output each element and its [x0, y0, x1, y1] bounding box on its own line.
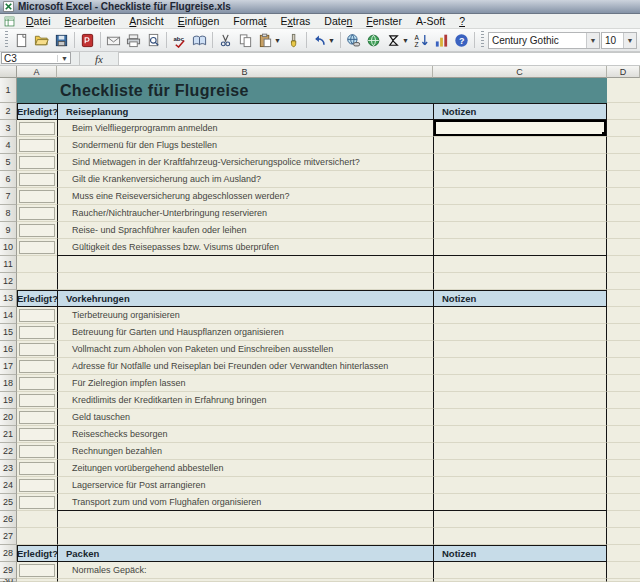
chart-wizard-button[interactable] — [432, 31, 451, 50]
row-header-24[interactable]: 24 — [0, 477, 17, 494]
cell-C21[interactable] — [433, 426, 607, 443]
cell-B23[interactable]: Zeitungen vorübergehend abbestellen — [57, 460, 433, 477]
cell-C25[interactable] — [433, 494, 607, 511]
cell-D12[interactable] — [607, 273, 640, 290]
cell-C14[interactable] — [433, 307, 607, 324]
cell-B10[interactable]: Gültigkeit des Reisepasses bzw. Visums ü… — [57, 239, 433, 256]
column-header-A[interactable]: A — [17, 66, 57, 78]
cell-D29[interactable] — [607, 562, 640, 579]
cell-A7[interactable] — [17, 188, 57, 205]
formatting-toolbar-grip[interactable] — [481, 31, 484, 49]
row-header-20[interactable]: 20 — [0, 409, 17, 426]
spelling-button[interactable]: abc — [170, 31, 189, 50]
column-header-D[interactable]: D — [607, 66, 640, 78]
cell-A9[interactable] — [17, 222, 57, 239]
chevron-down-icon[interactable]: ▼ — [586, 33, 599, 48]
cell-D19[interactable] — [607, 392, 640, 409]
cell-B28[interactable]: Packen — [57, 545, 433, 562]
cell-B25[interactable]: Transport zum und vom Flughafen organisi… — [57, 494, 433, 511]
row-header-15[interactable]: 15 — [0, 324, 17, 341]
cell-B18[interactable]: Für Zielregion impfen lassen — [57, 375, 433, 392]
cell-C3[interactable] — [433, 120, 607, 137]
row-header-5[interactable]: 5 — [0, 154, 17, 171]
cell-C26[interactable] — [433, 511, 607, 528]
column-header-B[interactable]: B — [57, 66, 433, 78]
cell-D9[interactable] — [607, 222, 640, 239]
cell-A24[interactable] — [17, 477, 57, 494]
cell-C12[interactable] — [433, 273, 607, 290]
cell-D28[interactable] — [607, 545, 640, 562]
cell-A8[interactable] — [17, 205, 57, 222]
cell-C6[interactable] — [433, 171, 607, 188]
row-header-10[interactable]: 10 — [0, 239, 17, 256]
cell-A14[interactable] — [17, 307, 57, 324]
cell-D20[interactable] — [607, 409, 640, 426]
cell-A22[interactable] — [17, 443, 57, 460]
cell-C22[interactable] — [433, 443, 607, 460]
cell-A5[interactable] — [17, 154, 57, 171]
row-header-19[interactable]: 19 — [0, 392, 17, 409]
font-size-select[interactable]: 10 ▼ — [601, 32, 637, 49]
cell-A10[interactable] — [17, 239, 57, 256]
cell-A6[interactable] — [17, 171, 57, 188]
new-button[interactable] — [12, 31, 31, 50]
cell-D22[interactable] — [607, 443, 640, 460]
print-button[interactable] — [124, 31, 143, 50]
cell-C19[interactable] — [433, 392, 607, 409]
formula-input[interactable] — [119, 52, 640, 65]
menu-ansicht[interactable]: Ansicht — [122, 15, 170, 27]
cell-B14[interactable]: Tierbetreuung organisieren — [57, 307, 433, 324]
cell-A3[interactable] — [17, 120, 57, 137]
cell-A4[interactable] — [17, 137, 57, 154]
row-header-7[interactable]: 7 — [0, 188, 17, 205]
cell-B24[interactable]: Lagerservice für Post arrangieren — [57, 477, 433, 494]
cell-C10[interactable] — [433, 239, 607, 256]
cell-D5[interactable] — [607, 154, 640, 171]
cell-C4[interactable] — [433, 137, 607, 154]
cell-A26[interactable] — [17, 511, 57, 528]
cell-B21[interactable]: Reiseschecks besorgen — [57, 426, 433, 443]
cell-C23[interactable] — [433, 460, 607, 477]
select-all-button[interactable] — [0, 66, 17, 78]
cell-B6[interactable]: Gilt die Krankenversicherung auch im Aus… — [57, 171, 433, 188]
cell-C11[interactable] — [433, 256, 607, 273]
cut-button[interactable] — [216, 31, 235, 50]
cell-C20[interactable] — [433, 409, 607, 426]
menu-bearbeiten[interactable]: Bearbeiten — [58, 15, 123, 27]
autosum-button[interactable]: ▼ — [384, 31, 411, 50]
cell-C9[interactable] — [433, 222, 607, 239]
cell-B4[interactable]: Sondermenü für den Flugs bestellen — [57, 137, 433, 154]
cell-B13[interactable]: Vorkehrungen — [57, 290, 433, 307]
format-painter-button[interactable] — [284, 31, 303, 50]
row-header-23[interactable]: 23 — [0, 460, 17, 477]
row-header-14[interactable]: 14 — [0, 307, 17, 324]
cell-D10[interactable] — [607, 239, 640, 256]
cell-D26[interactable] — [607, 511, 640, 528]
cell-A12[interactable] — [17, 273, 57, 290]
cell-A1[interactable]: Checkliste für Flugreise — [17, 78, 607, 103]
cell-B29[interactable]: Normales Gepäck: — [57, 562, 433, 579]
cell-B7[interactable]: Muss eine Reiseversicherung abgeschlosse… — [57, 188, 433, 205]
paste-button[interactable]: ▼ — [256, 31, 283, 50]
cell-D2[interactable] — [607, 103, 640, 120]
row-header-8[interactable]: 8 — [0, 205, 17, 222]
cell-A2[interactable]: Erledigt? — [17, 103, 57, 120]
cell-A28[interactable]: Erledigt? — [17, 545, 57, 562]
cell-A11[interactable] — [17, 256, 57, 273]
row-header-28[interactable]: 28 — [0, 545, 17, 562]
cell-B2[interactable]: Reiseplanung — [57, 103, 433, 120]
dropdown-arrow-icon[interactable]: ▼ — [402, 37, 409, 44]
row-header-9[interactable]: 9 — [0, 222, 17, 239]
cell-D16[interactable] — [607, 341, 640, 358]
cell-C15[interactable] — [433, 324, 607, 341]
cell-B5[interactable]: Sind Mietwagen in der Kraftfahrzeug-Vers… — [57, 154, 433, 171]
cell-D7[interactable] — [607, 188, 640, 205]
cell-C5[interactable] — [433, 154, 607, 171]
undo-button[interactable]: ▼ — [310, 31, 337, 50]
copy-button[interactable] — [236, 31, 255, 50]
row-header-18[interactable]: 18 — [0, 375, 17, 392]
cell-A18[interactable] — [17, 375, 57, 392]
row-header-6[interactable]: 6 — [0, 171, 17, 188]
row-header-1[interactable]: 1 — [0, 78, 17, 103]
cell-C2[interactable]: Notizen — [433, 103, 607, 120]
